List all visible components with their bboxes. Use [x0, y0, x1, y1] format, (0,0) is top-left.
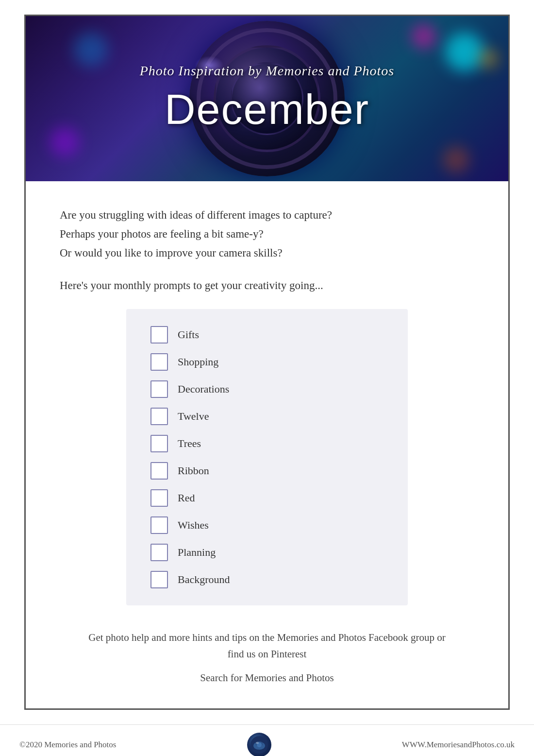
checklist-label: Ribbon: [178, 464, 209, 477]
checklist-item[interactable]: Gifts: [150, 321, 384, 348]
checklist-label: Trees: [178, 437, 201, 450]
hero-section: Photo Inspiration by Memories and Photos…: [26, 16, 508, 181]
main-content: Are you struggling with ideas of differe…: [26, 181, 508, 708]
checkbox[interactable]: [150, 571, 168, 588]
footer-search: Search for Memories and Photos: [79, 672, 455, 684]
bokeh-light-1: [445, 33, 484, 71]
bokeh-light-4: [50, 127, 79, 156]
checklist-label: Planning: [178, 546, 216, 559]
checklist-label: Gifts: [178, 328, 199, 341]
checkbox[interactable]: [150, 435, 168, 452]
checklist-label: Red: [178, 492, 195, 504]
checkbox[interactable]: [150, 326, 168, 344]
bottom-bar: ©2020 Memories and Photos WWW.Memoriesan…: [0, 724, 534, 756]
intro-line1: Are you struggling with ideas of differe…: [60, 209, 332, 221]
checklist-item[interactable]: Decorations: [150, 376, 384, 403]
prompts-intro: Here's your monthly prompts to get your …: [60, 279, 474, 292]
checklist-label: Decorations: [178, 383, 229, 395]
logo-svg: [250, 735, 269, 755]
bokeh-light-6: [443, 146, 469, 173]
checkbox[interactable]: [150, 353, 168, 371]
checkbox[interactable]: [150, 489, 168, 507]
hero-title: December: [165, 85, 369, 134]
checkbox[interactable]: [150, 408, 168, 425]
checklist-label: Wishes: [178, 519, 209, 532]
checklist-container: GiftsShoppingDecorationsTwelveTreesRibbo…: [126, 309, 408, 605]
copyright-text: ©2020 Memories and Photos: [19, 740, 116, 750]
intro-text: Are you struggling with ideas of differe…: [60, 206, 474, 262]
bokeh-light-5: [74, 33, 108, 67]
checklist-label: Background: [178, 573, 230, 586]
checklist-label: Twelve: [178, 410, 209, 423]
checklist-item[interactable]: Ribbon: [150, 457, 384, 484]
checklist-label: Shopping: [178, 356, 218, 368]
checklist-item[interactable]: Background: [150, 566, 384, 593]
checkbox[interactable]: [150, 516, 168, 534]
checkbox[interactable]: [150, 380, 168, 398]
intro-line3: Or would you like to improve your camera…: [60, 247, 283, 259]
footer-content: Get photo help and more hints and tips o…: [60, 630, 474, 684]
main-card: Photo Inspiration by Memories and Photos…: [24, 15, 510, 710]
bokeh-light-3: [479, 49, 499, 69]
footer-promo: Get photo help and more hints and tips o…: [79, 630, 455, 662]
svg-point-4: [256, 742, 259, 744]
intro-line2: Perhaps your photos are feeling a bit sa…: [60, 228, 264, 240]
checklist-item[interactable]: Red: [150, 484, 384, 512]
checkbox[interactable]: [150, 544, 168, 561]
hero-subtitle: Photo Inspiration by Memories and Photos: [140, 63, 395, 79]
checklist-item[interactable]: Trees: [150, 430, 384, 457]
checklist-item[interactable]: Wishes: [150, 512, 384, 539]
checklist-item[interactable]: Shopping: [150, 348, 384, 376]
bokeh-light-2: [412, 24, 436, 49]
logo-icon: [247, 733, 271, 756]
checkbox[interactable]: [150, 462, 168, 480]
checklist-item[interactable]: Planning: [150, 539, 384, 566]
checklist-item[interactable]: Twelve: [150, 403, 384, 430]
page-wrapper: Photo Inspiration by Memories and Photos…: [0, 0, 534, 756]
website-text: WWW.MemoriesandPhotos.co.uk: [402, 740, 515, 750]
